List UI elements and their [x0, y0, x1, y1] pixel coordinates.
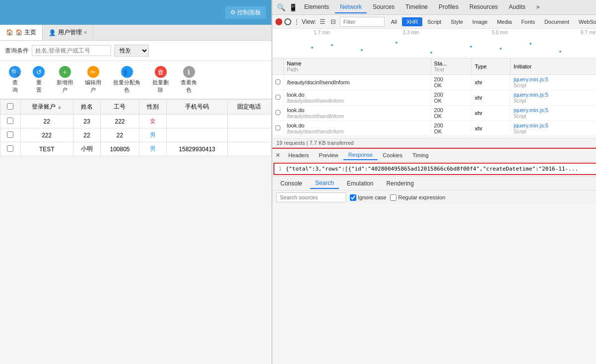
devtools-tab-more[interactable]: »	[531, 1, 545, 13]
response-tab-preview[interactable]: Preview	[314, 151, 343, 160]
devtools-search-icon[interactable]: 🔍	[275, 2, 286, 13]
view-label: View:	[302, 18, 316, 25]
network-filter-input[interactable]	[340, 17, 385, 27]
devtools-tab-network[interactable]: Network	[335, 1, 367, 13]
net-row-check-3[interactable]	[275, 110, 280, 115]
stop-icon[interactable]	[284, 18, 291, 25]
filter-style[interactable]: Style	[446, 17, 467, 26]
devtools-tab-sources[interactable]: Sources	[368, 1, 399, 13]
network-toolbar: ⋮ View: ☰ ⊟ All XHR Script Style Image M…	[272, 15, 596, 29]
devtools-mobile-icon[interactable]: 📱	[287, 2, 298, 13]
view-role-button[interactable]: ℹ 查看角色	[177, 64, 201, 96]
timeline-label-2: 3.3 min	[366, 30, 455, 35]
col-status[interactable]: Sta...Text	[431, 59, 471, 75]
gender-select[interactable]: 性别 男 女	[114, 45, 149, 57]
tab-home[interactable]: 🏠 🏠 主页	[0, 25, 43, 40]
bottom-tab-emulation[interactable]: Emulation	[342, 179, 378, 188]
svg-point-6	[500, 48, 502, 50]
query-button[interactable]: 🔍 查询	[5, 64, 25, 96]
col-checkbox[interactable]	[0, 100, 21, 115]
select-all-checkbox[interactable]	[7, 103, 13, 110]
svg-point-4	[430, 52, 432, 54]
response-tab-cookies[interactable]: Cookies	[378, 151, 407, 160]
filter-image[interactable]: Image	[468, 17, 492, 26]
devtools-tab-profiles[interactable]: Profiles	[434, 1, 464, 13]
ignore-case-label[interactable]: Ignore case	[350, 194, 386, 201]
net-row-check-2[interactable]	[275, 95, 280, 100]
col-type[interactable]: Type	[471, 59, 510, 75]
response-tab-timing[interactable]: Timing	[407, 151, 434, 160]
filter-script[interactable]: Script	[423, 17, 446, 26]
regular-expr-checkbox[interactable]	[390, 194, 397, 201]
network-row: /beauty/docinf/sendInform 200OK xhr jque…	[272, 75, 596, 90]
filter-document[interactable]: Document	[540, 17, 574, 26]
response-panel: ✕ Headers Preview Response Cookies Timin…	[272, 148, 596, 176]
search-sources-input[interactable]	[276, 192, 346, 202]
filter-websocket[interactable]: WebSocket	[574, 17, 596, 26]
col-checkbox[interactable]	[272, 59, 284, 75]
tab-user-mgmt[interactable]: 👤 用户管理 ×	[43, 25, 93, 40]
filter-xhr[interactable]: XHR	[402, 17, 422, 26]
list-view-icon[interactable]: ☰	[318, 16, 327, 27]
svg-point-3	[396, 42, 397, 44]
net-row-check-4[interactable]	[275, 125, 280, 130]
initiator-link-1[interactable]: jquery.min.js:5	[514, 76, 548, 82]
bottom-tab-rendering[interactable]: Rendering	[381, 179, 418, 188]
col-name[interactable]: 姓名	[73, 100, 101, 115]
network-row: look.do/beauty/docinf/sendInform 200OK x…	[272, 121, 596, 136]
response-content: 1{"total":3,"rows":[{"id":"402800495865a…	[273, 163, 596, 175]
devtools-tab-resources[interactable]: Resources	[464, 1, 503, 13]
row-checkbox-3[interactable]	[7, 145, 13, 152]
row-checkbox-1[interactable]	[7, 118, 13, 124]
col-worker-id[interactable]: 工号	[101, 100, 139, 115]
devtools-tab-elements[interactable]: Elements	[299, 1, 334, 13]
col-initiator[interactable]: Initiator	[511, 59, 596, 75]
response-close-icon[interactable]: ✕	[275, 152, 280, 159]
view-role-label: 查看角色	[181, 79, 197, 94]
large-view-icon[interactable]: ⊟	[329, 16, 338, 27]
filter-media[interactable]: Media	[492, 17, 516, 26]
col-login[interactable]: 登录账户 ▲	[20, 100, 73, 115]
col-phone[interactable]: 手机号码	[167, 100, 228, 115]
col-name-path[interactable]: NamePath	[284, 59, 431, 75]
filter-fonts[interactable]: Fonts	[517, 17, 539, 26]
initiator-link-2[interactable]: jquery.min.js:5	[514, 92, 548, 98]
query-icon: 🔍	[9, 66, 21, 78]
line-number: 1	[278, 166, 282, 172]
sort-arrow-login: ▲	[57, 104, 62, 110]
edit-icon: ✏	[87, 66, 99, 78]
bottom-tab-search[interactable]: Search	[310, 178, 339, 189]
initiator-link-4[interactable]: jquery.min.js:5	[514, 122, 548, 128]
batch-role-icon: 👥	[121, 66, 133, 78]
net-row-check-1[interactable]	[275, 79, 280, 84]
control-panel-button[interactable]: ⚙ 控制面板	[225, 6, 266, 19]
response-tab-response[interactable]: Response	[343, 150, 378, 160]
row-checkbox-2[interactable]	[7, 131, 13, 138]
reset-button[interactable]: ↺ 重置	[29, 64, 49, 96]
tab-close-icon[interactable]: ×	[84, 30, 87, 35]
bottom-tab-console[interactable]: Console	[275, 179, 307, 188]
devtools-tab-timeline[interactable]: Timeline	[400, 1, 433, 13]
devtools-tab-audits[interactable]: Audits	[504, 1, 530, 13]
regular-expr-label[interactable]: Regular expression	[390, 194, 445, 201]
network-row: look.do/beauty/docinf/sendInform 200OK x…	[272, 90, 596, 106]
batch-delete-button[interactable]: 🗑 批量删除	[148, 64, 173, 96]
record-button[interactable]	[275, 18, 282, 25]
request-count: 19 requests | 7.7 KB transferred	[276, 140, 354, 146]
edit-user-button[interactable]: ✏ 编辑用户	[81, 64, 105, 96]
ignore-case-text: Ignore case	[358, 194, 386, 200]
new-user-button[interactable]: + 新增用户	[53, 64, 77, 96]
filter-icon[interactable]: ⋮	[293, 18, 300, 25]
ignore-case-checkbox[interactable]	[350, 194, 356, 201]
col-gender[interactable]: 性别	[139, 100, 167, 115]
filter-all[interactable]: All	[387, 17, 401, 26]
response-tab-headers[interactable]: Headers	[283, 151, 314, 160]
response-text: {"total":3,"rows":[{"id":"402800495865ad…	[286, 166, 578, 172]
initiator-link-3[interactable]: jquery.min.js:5	[514, 107, 548, 113]
batch-delete-label: 批量删除	[152, 79, 169, 94]
search-input[interactable]	[32, 45, 111, 56]
search-condition-label: 查询条件	[5, 47, 29, 55]
col-tel[interactable]: 固定电话	[227, 100, 271, 115]
batch-role-button[interactable]: 👥 批量分配角色	[109, 64, 144, 96]
devtools-topbar: 🔍 📱 Elements Network Sources Timeline Pr…	[272, 0, 596, 15]
